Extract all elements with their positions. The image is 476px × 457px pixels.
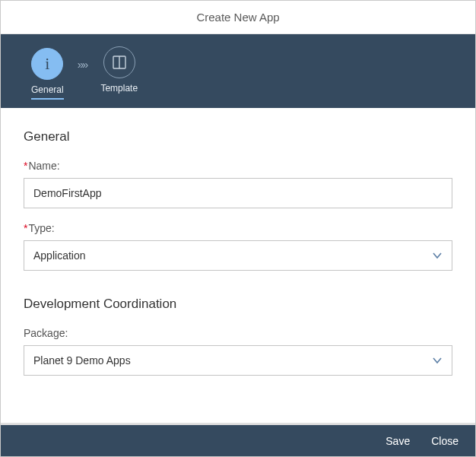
name-label: *Name: [24, 160, 452, 172]
package-select[interactable]: Planet 9 Demo Apps [24, 345, 452, 376]
dialog-header: Create New App [1, 1, 475, 34]
wizard-bar: i General »» Template [1, 34, 475, 108]
close-button[interactable]: Close [431, 435, 459, 447]
required-marker: * [24, 222, 27, 234]
type-select-value: Application [33, 249, 86, 262]
save-button[interactable]: Save [386, 435, 410, 447]
type-label: *Type: [24, 222, 452, 234]
info-icon: i [31, 48, 63, 80]
field-name: *Name: [24, 160, 452, 208]
type-select[interactable]: Application [24, 240, 452, 271]
chevron-down-icon [432, 355, 443, 366]
package-label: Package: [24, 327, 452, 339]
field-package: Package: Planet 9 Demo Apps [24, 327, 452, 376]
wizard-step-general[interactable]: i General [31, 48, 64, 100]
dialog-body: General *Name: *Type: Application Develo… [1, 108, 475, 423]
template-icon [103, 46, 135, 78]
package-select-value: Planet 9 Demo Apps [33, 354, 131, 367]
required-marker: * [24, 160, 27, 172]
wizard-step-label: Template [100, 83, 138, 94]
wizard-step-template[interactable]: Template [100, 46, 138, 97]
dialog-title: Create New App [196, 11, 279, 24]
dialog-footer: Save Close [1, 423, 475, 456]
wizard-separator-icon: »» [78, 58, 87, 71]
field-type: *Type: Application [24, 222, 452, 271]
section-title-devcoord: Development Coordination [24, 297, 452, 312]
section-title-general: General [24, 129, 452, 144]
chevron-down-icon [432, 250, 443, 261]
name-input[interactable] [24, 178, 452, 208]
wizard-step-label: General [31, 84, 64, 95]
